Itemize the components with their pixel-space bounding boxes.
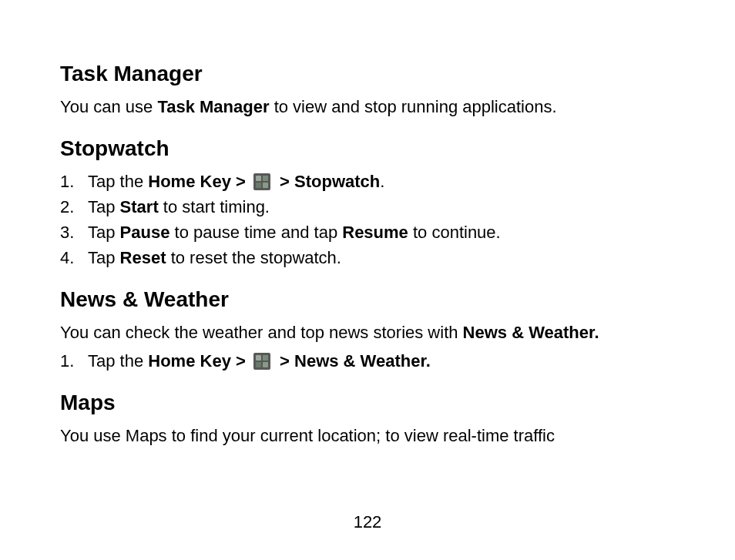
text-bold-fragment: News & Weather. bbox=[463, 323, 599, 342]
heading-stopwatch: Stopwatch bbox=[60, 136, 675, 161]
svg-rect-1 bbox=[256, 176, 261, 181]
svg-rect-3 bbox=[256, 183, 261, 188]
text-bold-fragment: Start bbox=[120, 197, 159, 216]
text-bold-fragment: Resume bbox=[342, 223, 408, 242]
svg-rect-2 bbox=[263, 176, 268, 181]
svg-rect-6 bbox=[256, 355, 261, 360]
list-item: Tap the Home Key > > Stopwatch. bbox=[60, 169, 675, 194]
text-fragment: You can check the weather and top news s… bbox=[60, 323, 463, 342]
text-fragment: Tap bbox=[88, 248, 120, 267]
task-manager-description: You can use Task Manager to view and sto… bbox=[60, 94, 675, 119]
text-fragment: Tap the bbox=[88, 351, 148, 371]
text-bold-fragment: Home Key > bbox=[148, 172, 250, 191]
text-fragment: to start timing. bbox=[159, 197, 270, 216]
text-fragment: You can use bbox=[60, 97, 157, 116]
svg-rect-9 bbox=[263, 362, 268, 367]
svg-rect-8 bbox=[256, 362, 261, 367]
text-fragment: You use Maps to find your current locati… bbox=[60, 426, 555, 445]
apps-grid-icon bbox=[253, 353, 270, 370]
text-fragment: to view and stop running applications. bbox=[270, 97, 557, 116]
text-bold-fragment: Task Manager bbox=[157, 97, 269, 116]
list-item: Tap the Home Key > > News & Weather. bbox=[60, 348, 675, 374]
text-fragment: to pause time and tap bbox=[169, 223, 342, 242]
text-bold-fragment: > News & Weather. bbox=[275, 351, 431, 371]
stopwatch-steps: Tap the Home Key > > Stopwatch. Tap Star… bbox=[60, 169, 675, 270]
maps-description: You use Maps to find your current locati… bbox=[60, 423, 675, 448]
text-fragment: Tap the bbox=[88, 172, 148, 191]
list-item: Tap Pause to pause time and tap Resume t… bbox=[60, 220, 675, 245]
text-bold-fragment: Reset bbox=[120, 248, 166, 267]
text-bold-fragment: > Stopwatch bbox=[275, 172, 380, 191]
list-item: Tap Reset to reset the stopwatch. bbox=[60, 245, 675, 270]
svg-rect-4 bbox=[263, 183, 268, 188]
svg-rect-7 bbox=[263, 355, 268, 360]
text-fragment: . bbox=[380, 172, 384, 191]
heading-task-manager: Task Manager bbox=[60, 62, 675, 86]
list-item: Tap Start to start timing. bbox=[60, 194, 675, 220]
apps-grid-icon bbox=[253, 173, 270, 190]
text-fragment: Tap bbox=[88, 197, 120, 216]
news-weather-steps: Tap the Home Key > > News & Weather. bbox=[60, 348, 675, 374]
heading-maps: Maps bbox=[60, 391, 675, 415]
text-fragment: to reset the stopwatch. bbox=[166, 248, 341, 267]
text-fragment: to continue. bbox=[408, 223, 501, 242]
heading-news-weather: News & Weather bbox=[60, 287, 675, 312]
page-number: 122 bbox=[0, 512, 735, 532]
text-bold-fragment: Pause bbox=[120, 223, 170, 242]
news-weather-description: You can check the weather and top news s… bbox=[60, 320, 675, 345]
text-bold-fragment: Home Key > bbox=[148, 351, 250, 371]
text-fragment: Tap bbox=[88, 223, 120, 242]
